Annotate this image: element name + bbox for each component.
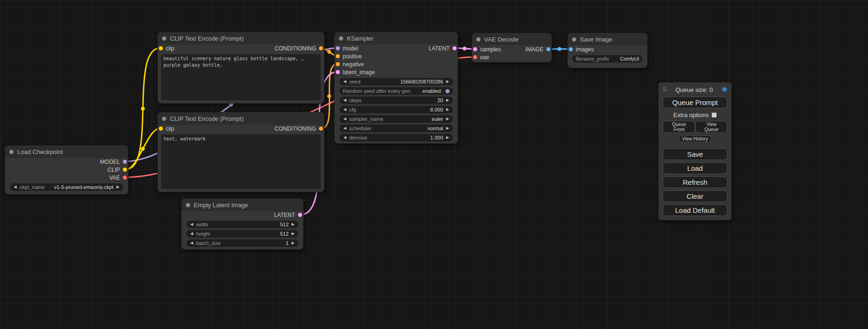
increment-icon[interactable]: ▶	[291, 223, 295, 226]
collapse-dot[interactable]	[476, 37, 480, 42]
load-button[interactable]: Load	[663, 162, 727, 174]
queue-front-button[interactable]: Queue Front	[663, 121, 695, 133]
collapse-dot[interactable]	[339, 36, 343, 41]
load-default-button[interactable]: Load Default	[663, 204, 727, 216]
decrement-icon[interactable]: ◀	[343, 108, 347, 112]
decrement-icon[interactable]: ◀	[190, 223, 194, 226]
decrement-icon[interactable]: ◀	[343, 80, 347, 84]
node-title-bar[interactable]: CLIP Text Encode (Prompt)	[158, 32, 324, 44]
input-slot-vae[interactable]	[473, 55, 477, 59]
prompt-text-input[interactable]: beautiful scenery nature glass bottle la…	[161, 54, 321, 100]
slot-row: VAE	[5, 174, 128, 182]
output-slot-image[interactable]	[546, 47, 550, 51]
settings-gear-icon[interactable]: ✻	[721, 85, 727, 94]
wire-midpoint-dot	[327, 94, 331, 98]
widget-value: euler	[432, 116, 443, 122]
save-button[interactable]: Save	[663, 148, 727, 160]
node-graph-canvas[interactable]: Load Checkpoint MODEL CLIP VAE ◀ ckpt_na…	[0, 0, 868, 329]
slot-row: LATENT	[182, 211, 303, 219]
widget-batch-size[interactable]: ◀ batch_size 1 ▶	[186, 239, 298, 247]
widget-random-seed-toggle[interactable]: Random seed after every gen enabled	[339, 87, 453, 95]
widget-sampler-name[interactable]: ◀ sampler_name euler ▶	[339, 115, 453, 123]
extra-options-checkbox[interactable]	[712, 112, 717, 118]
decrement-icon[interactable]: ◀	[343, 117, 347, 121]
increment-icon[interactable]: ▶	[445, 80, 450, 84]
node-title-bar[interactable]: Empty Latent Image	[182, 199, 303, 211]
widget-steps[interactable]: ◀ steps 20 ▶	[339, 97, 453, 104]
clear-button[interactable]: Clear	[663, 190, 727, 202]
widget-scheduler[interactable]: ◀ scheduler normal ▶	[339, 125, 453, 132]
input-slot-images[interactable]	[569, 47, 573, 51]
input-label: negative	[343, 61, 364, 68]
widget-denoise[interactable]: ◀ denoise 1.000 ▶	[339, 134, 453, 141]
widget-value: normal	[427, 126, 443, 131]
collapse-dot[interactable]	[186, 203, 190, 207]
output-label: LATENT	[274, 212, 295, 218]
refresh-button[interactable]: Refresh	[663, 176, 727, 188]
output-slot-vae[interactable]	[123, 175, 127, 180]
increment-icon[interactable]: ▶	[116, 185, 120, 189]
input-slot-latent-image[interactable]	[336, 70, 340, 74]
widget-label: Random seed after every gen	[343, 88, 410, 94]
increment-icon[interactable]: ▶	[445, 108, 450, 112]
slot-row: clip CONDITIONING	[158, 44, 324, 52]
widget-height[interactable]: ◀ height 512 ▶	[186, 230, 298, 238]
widget-filename-prefix[interactable]: filename_prefix ComfyUI	[572, 55, 642, 63]
node-clip-text-encode-negative[interactable]: CLIP Text Encode (Prompt) clip CONDITION…	[157, 112, 325, 192]
widget-width[interactable]: ◀ width 512 ▶	[186, 221, 298, 228]
increment-icon[interactable]: ▶	[291, 232, 295, 236]
node-title-bar[interactable]: VAE Decode	[472, 33, 551, 45]
view-queue-button[interactable]: View Queue	[695, 121, 727, 133]
node-title-bar[interactable]: Load Checkpoint	[5, 146, 128, 158]
widget-value: 1.000	[430, 135, 443, 140]
output-slot-latent[interactable]	[298, 213, 302, 217]
decrement-icon[interactable]: ◀	[190, 241, 194, 245]
decrement-icon[interactable]: ◀	[343, 136, 347, 140]
prompt-text-input[interactable]: text, watermark	[161, 134, 321, 189]
slot-row: clip CONDITIONING	[158, 125, 324, 133]
input-slot-negative[interactable]	[336, 62, 340, 66]
output-slot-clip[interactable]	[123, 168, 127, 172]
increment-icon[interactable]: ▶	[445, 126, 450, 130]
input-slot-clip[interactable]	[159, 46, 163, 50]
widget-seed[interactable]: ◀ seed 156680208700286 ▶	[339, 78, 453, 85]
output-slot-conditioning[interactable]	[319, 46, 323, 50]
node-vae-decode[interactable]: VAE Decode samples IMAGE vae	[472, 33, 552, 63]
collapse-dot[interactable]	[572, 37, 576, 42]
output-slot-latent[interactable]	[452, 46, 457, 50]
input-slot-clip[interactable]	[159, 126, 163, 131]
node-title-bar[interactable]: Save Image	[568, 33, 647, 45]
input-slot-model[interactable]	[336, 46, 340, 50]
output-slot-model[interactable]	[123, 160, 127, 164]
widget-cfg[interactable]: ◀ cfg 8.000 ▶	[339, 106, 453, 113]
view-history-button[interactable]: View History	[678, 135, 712, 142]
node-load-checkpoint[interactable]: Load Checkpoint MODEL CLIP VAE ◀ ckpt_na…	[5, 145, 128, 195]
extra-options-label: Extra options	[673, 112, 709, 119]
queue-prompt-button[interactable]: Queue Prompt	[663, 97, 727, 108]
toggle-knob-icon[interactable]	[445, 89, 450, 93]
increment-icon[interactable]: ▶	[445, 117, 450, 121]
wire-midpoint-dot	[557, 47, 561, 51]
collapse-dot[interactable]	[9, 150, 14, 154]
increment-icon[interactable]: ▶	[445, 136, 450, 140]
increment-icon[interactable]: ▶	[291, 241, 295, 245]
drag-handle-icon[interactable]: ⠿	[663, 86, 667, 93]
collapse-dot[interactable]	[162, 36, 166, 41]
input-slot-positive[interactable]	[336, 54, 340, 58]
decrement-icon[interactable]: ◀	[13, 185, 17, 189]
decrement-icon[interactable]: ◀	[343, 126, 347, 130]
decrement-icon[interactable]: ◀	[190, 232, 194, 236]
node-ksampler[interactable]: KSampler model LATENT positive negative …	[334, 32, 458, 144]
decrement-icon[interactable]: ◀	[343, 98, 347, 102]
collapse-dot[interactable]	[162, 117, 166, 121]
widget-ckpt-name[interactable]: ◀ ckpt_name v1-5-pruned-emaonly.ckpt ▶	[10, 183, 123, 191]
widget-value: 156680208700286	[400, 79, 443, 84]
node-empty-latent-image[interactable]: Empty Latent Image LATENT ◀ width 512 ▶ …	[181, 198, 303, 250]
increment-icon[interactable]: ▶	[445, 98, 450, 102]
node-title-bar[interactable]: CLIP Text Encode (Prompt)	[158, 112, 324, 125]
node-title-bar[interactable]: KSampler	[335, 32, 458, 44]
input-slot-samples[interactable]	[473, 47, 477, 51]
node-save-image[interactable]: Save Image images filename_prefix ComfyU…	[567, 33, 648, 68]
output-slot-conditioning[interactable]	[319, 126, 323, 131]
node-clip-text-encode-positive[interactable]: CLIP Text Encode (Prompt) clip CONDITION…	[157, 32, 325, 104]
